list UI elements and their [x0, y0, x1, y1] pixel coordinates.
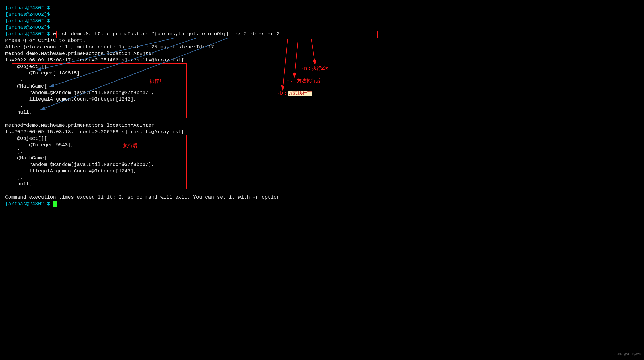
- abort-hint: Press Q or Ctrl+C to abort.: [5, 37, 639, 44]
- label-s: -s：方法执行后: [286, 78, 320, 84]
- prompt: [arthas@24802]$: [5, 18, 50, 24]
- label-before: 执行前: [150, 78, 164, 85]
- inv2-end: ]: [5, 188, 639, 194]
- inv2-body: illegalArgumentCount=@Integer[1243],: [5, 168, 639, 175]
- exit-line: Command execution times exceed limit: 2,…: [5, 194, 639, 201]
- prompt: [arthas@24802]$: [5, 201, 50, 207]
- inv1-body: random=@Random[java.util.Random@37f8bb67…: [5, 90, 639, 96]
- label-b: -b：方式执行前: [277, 90, 312, 97]
- label-n: -n：执行2次: [301, 65, 329, 72]
- inv1-body: ],: [5, 103, 639, 109]
- inv1-body: ],: [5, 77, 639, 83]
- inv2-body: @MathGame[: [5, 155, 639, 161]
- inv1-ts: ts=2022-06-09 15:08:17; [cost=0.051486ms…: [5, 57, 639, 63]
- label-b-prefix: -b：: [277, 91, 288, 96]
- prompt: [arthas@24802]$: [5, 11, 50, 17]
- prompt-line: [arthas@24802]$: [5, 11, 639, 18]
- inv2-body: null,: [5, 181, 639, 188]
- affect-line: Affect(class count: 1 , method count: 1)…: [5, 44, 639, 50]
- command-line[interactable]: [arthas@24802]$ watch demo.MathGame prim…: [5, 31, 639, 37]
- inv1-body: @MathGame[: [5, 83, 639, 90]
- prompt-line: [arthas@24802]$: [5, 5, 639, 11]
- inv2-method: method=demo.MathGame.primeFactors locati…: [5, 122, 639, 129]
- cursor-icon: [53, 201, 57, 207]
- inv2-body: @Integer[9543],: [5, 142, 639, 148]
- prompt: [arthas@24802]$: [5, 5, 50, 11]
- prompt-line: [arthas@24802]$: [5, 18, 639, 24]
- watch-command: watch demo.MathGame primeFactors "{param…: [50, 31, 280, 37]
- prompt: [arthas@24802]$: [5, 25, 50, 30]
- inv1-body: null,: [5, 109, 639, 116]
- inv1-method: method=demo.MathGame.primeFactors locati…: [5, 50, 639, 57]
- inv1-end: ]: [5, 116, 639, 122]
- inv1-body: illegalArgumentCount=@Integer[1242],: [5, 96, 639, 103]
- prompt-line[interactable]: [arthas@24802]$: [5, 201, 639, 207]
- inv2-body: random=@Random[java.util.Random@37f8bb67…: [5, 161, 639, 168]
- inv2-body: ],: [5, 148, 639, 155]
- label-b-highlight: 方式执行前: [288, 91, 312, 96]
- inv2-ts: ts=2022-06-09 15:08:18; [cost=0.006758ms…: [5, 129, 639, 135]
- inv2-body: ],: [5, 175, 639, 181]
- prompt-line: [arthas@24802]$: [5, 24, 639, 31]
- watermark: CSDN @ha_lydms: [614, 351, 641, 358]
- label-after: 执行后: [123, 143, 137, 149]
- prompt: [arthas@24802]$: [5, 31, 50, 37]
- inv2-body: @Object[][: [5, 135, 639, 142]
